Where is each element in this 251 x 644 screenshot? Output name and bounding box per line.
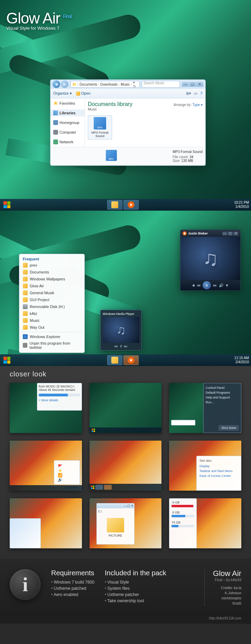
network-icon [53,140,58,144]
explorer-window[interactable]: ◄ ► 📁 ›Documents ›Downloads ›Music › ▾ ↻… [50,79,206,166]
help-button[interactable]: ? [200,91,203,96]
windows-logo-icon [3,357,10,364]
folder-icon: 📁 [72,83,76,86]
jumplist-unpin[interactable]: Unpin this program from taskbar [19,340,84,350]
explorer-toolbar: Organize ▾ Open ⊞▾ ▭ ? [50,89,205,98]
explorer-sidebar: Favorites Libraries Homegroup Computer N… [50,98,85,147]
jumplist[interactable]: Frequent prev Documents Windows Wallpape… [19,254,85,353]
file-item[interactable]: MP3 Format Sound [88,115,112,140]
close-button[interactable]: ✕ [233,232,238,236]
minimize-button[interactable]: — [182,82,189,87]
folder-icon [23,325,28,330]
prev-button[interactable]: ⏮ [114,344,118,348]
taskbar-clock[interactable]: 10:21 PM1/4/2010 [234,201,249,209]
prev-button[interactable]: ⏮ [197,283,201,287]
jumplist-item[interactable]: General Musik [19,289,84,296]
back-button[interactable]: ◄ [53,80,60,88]
explorer-icon [23,334,28,339]
sidebar-favorites[interactable]: Favorites [50,100,85,107]
wmp-icon [128,357,134,364]
media-player-window[interactable]: Justin Bieber —▢✕ ♫ ■ ⏮ ⏸ ⏭ 🔊 ▾ [180,230,241,291]
info-icon: i [10,569,41,600]
view-button[interactable]: ⊞▾ [186,91,191,96]
folder-icon [23,311,28,316]
folder-icon [111,201,118,208]
taskbar-explorer[interactable] [107,200,122,210]
folder-icon [23,318,28,323]
play-pause-button[interactable]: ⏸ [203,281,211,289]
media-player-titlebar[interactable]: Justin Bieber —▢✕ [180,230,240,237]
search-input[interactable]: Search Music [142,81,180,88]
taskbar-clock[interactable]: 11:15 AM2/4/2010 [234,356,249,364]
next-button[interactable]: ⏭ [124,344,128,348]
star-icon [53,101,58,106]
stop-button[interactable]: ■ [193,283,195,287]
requirements: Requirements Windows 7 build 7600Uxtheme… [51,569,94,606]
explorer-titlebar[interactable]: ◄ ► 📁 ›Documents ›Downloads ›Music › ▾ ↻… [50,80,205,89]
jumplist-header: Frequent [19,256,84,262]
taskbar-explorer[interactable] [107,355,122,365]
jumplist-item[interactable]: Music [19,317,84,324]
taskbar[interactable]: 11:15 AM2/4/2010 [0,354,251,366]
breadcrumb[interactable]: 📁 ›Documents ›Downloads ›Music › ▾ ↻ [71,81,140,88]
taskbar-preview[interactable]: Windows Media Player ♫ ⏮ ⏸ ⏭ [100,310,142,350]
thumbnail-tray: 🚩 ⚡ 📶 🔊 Customiz [10,441,82,491]
mp3-icon [106,150,117,161]
folder-icon [23,277,28,281]
sidebar-computer[interactable]: Computer [50,129,85,136]
volume-button[interactable]: 🔊 [219,283,224,288]
wmp-icon [183,231,187,236]
album-art: ♫ [180,237,240,280]
maximize-button[interactable]: ▢ [189,82,196,87]
jumplist-item[interactable]: prev [19,262,84,269]
next-button[interactable]: ⏭ [213,283,217,287]
explorer-content[interactable]: Documents library Music Arrange by: Type… [85,98,205,147]
thumbnail-folder: — ▢ ✕ E:\ PICTURE [90,498,162,548]
close-button[interactable]: ✕ [196,82,203,87]
libraries-icon [53,110,58,115]
desktop-screenshot-2: Justin Bieber —▢✕ ♫ ■ ⏮ ⏸ ⏭ 🔊 ▾ Frequent… [0,211,251,366]
taskbar-wmp[interactable] [123,355,139,365]
credits: Glow Air Final – by kAtz93 Credits: ka-l… [204,569,241,606]
jumplist-item[interactable]: GUI Project [19,296,84,303]
thumbnail-window [10,498,82,548]
thumbnail-desktop [90,383,162,433]
open-button[interactable]: Open [76,91,91,96]
taskbar-wmp[interactable] [123,200,139,210]
closer-look-section: closer look from MUSIC (E:\MUSIC) tAbout… [0,366,251,559]
computer-icon [53,130,58,135]
theme-title: Glow AirFinal Visual Style for Windows 7 [6,10,72,31]
details-pane: MP3 Format Sound File count: 34 Size: 13… [50,147,205,165]
jumplist-app[interactable]: Windows Explorer [19,333,84,340]
library-title: Documents library [88,101,132,107]
jumplist-item[interactable]: Removable Disk (H:) [19,303,84,310]
organize-button[interactable]: Organize ▾ [53,91,72,96]
jumplist-item[interactable]: Way Out [19,324,84,331]
jumplist-item[interactable]: kAtz [19,310,84,317]
library-subtitle: Music [88,107,132,111]
start-button[interactable] [2,200,12,210]
minimize-button[interactable]: — [222,232,227,236]
folder-icon [23,297,28,302]
info-section: i Requirements Windows 7 build 7600Uxthe… [0,559,251,614]
arrange-by[interactable]: Arrange by: Type ▾ [174,103,203,107]
sidebar-libraries[interactable]: Libraries [50,109,85,116]
maximize-button[interactable]: ▢ [228,232,233,236]
jumplist-item[interactable]: Windows Wallpapers [19,276,84,282]
preview-thumbnail[interactable]: ♫ [103,317,139,343]
start-button[interactable] [2,355,12,365]
folder-icon [23,290,28,295]
sidebar-homegroup[interactable]: Homegroup [50,119,85,126]
folder-icon [23,283,28,288]
preview-pane-button[interactable]: ▭ [194,91,197,96]
jumplist-item[interactable]: Glow Air [19,282,84,289]
forward-button[interactable]: ► [61,80,68,88]
play-pause-button[interactable]: ⏸ [119,344,123,348]
windows-logo-icon [3,201,10,208]
jumplist-item[interactable]: Documents [19,269,84,276]
desktop-screenshot-1: Glow AirFinal Visual Style for Windows 7… [0,0,251,211]
thumbnail-taskbar [90,441,162,491]
footer-url: http://kAtz93.DA.com [0,614,251,624]
sidebar-network[interactable]: Network [50,138,85,145]
taskbar[interactable]: 10:21 PM1/4/2010 [0,199,251,211]
